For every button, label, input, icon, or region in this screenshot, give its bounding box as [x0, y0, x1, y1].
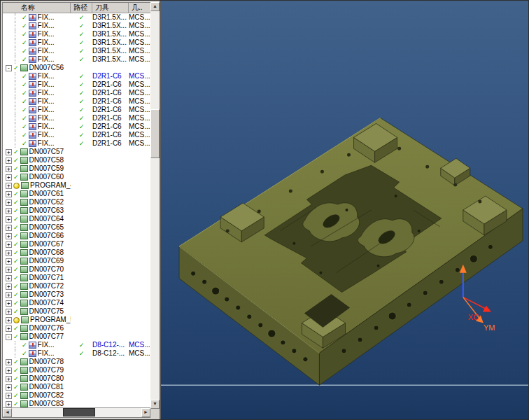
tree-row[interactable]: +✓DN007C68	[3, 248, 150, 257]
expand-toggle-icon[interactable]: +	[6, 191, 12, 197]
column-header-geometry[interactable]: 几..	[129, 3, 150, 13]
expand-toggle-icon[interactable]: +	[6, 309, 12, 315]
column-header-path[interactable]: 路径	[71, 3, 92, 13]
operation-icon	[29, 56, 36, 63]
expand-toggle-icon[interactable]: +	[6, 166, 12, 172]
tree-row[interactable]: ✓FIX...✓D8-C12-...MCS...	[3, 341, 150, 349]
horizontal-scrollbar[interactable]: ◄ ►	[3, 407, 150, 417]
tree-row[interactable]: +✓DN007C79	[3, 366, 150, 374]
tree-row[interactable]: +PROGRAM_5	[3, 316, 150, 324]
expand-toggle-icon[interactable]: -	[6, 334, 12, 340]
tree-row[interactable]: +✓DN007C73	[3, 290, 150, 299]
scroll-left-icon[interactable]: ◄	[3, 408, 12, 417]
tree-row[interactable]: ✓FIX...✓D2R1-C6MCS...	[3, 97, 150, 106]
tree-row[interactable]: ✓FIX...✓D3R1.5X...MCS...	[3, 55, 150, 64]
tree-row[interactable]: +✓DN007C72	[3, 282, 150, 290]
tree-row[interactable]: +✓DN007C71	[3, 274, 150, 282]
tree-row[interactable]: ✓FIX...✓D2R1-C6MCS...	[3, 122, 150, 131]
tree-row[interactable]: +✓DN007C69	[3, 257, 150, 265]
tree-row[interactable]: +PROGRAM_4	[3, 181, 150, 190]
tree-row[interactable]: +✓DN007C62	[3, 198, 150, 206]
tree-row[interactable]: ✓FIX...✓D3R1.5X...MCS...	[3, 13, 150, 22]
vertical-scrollbar[interactable]: ▲ ▼	[150, 2, 160, 418]
tree-row[interactable]: +✓DN007C70	[3, 265, 150, 274]
tree-row[interactable]: +✓DN007C81	[3, 383, 150, 391]
tree-row[interactable]: +✓DN007C58	[3, 156, 150, 164]
expand-toggle-icon[interactable]: +	[6, 183, 12, 189]
scroll-up-icon[interactable]: ▲	[150, 2, 160, 11]
tree-row[interactable]: -✓DN007C77	[3, 332, 150, 341]
tree-row[interactable]: ✓FIX...✓D2R1-C6MCS...	[3, 89, 150, 97]
tree-row[interactable]: ✓FIX...✓D2R1-C6MCS...	[3, 139, 150, 148]
graphics-canvas[interactable]: XC YM	[161, 1, 528, 419]
operation-icon	[29, 39, 36, 46]
tree-row[interactable]: ✓FIX...✓D3R1.5X...MCS...	[3, 30, 150, 38]
tree-row[interactable]: -✓DN007C56	[3, 64, 150, 72]
expand-toggle-icon[interactable]: +	[6, 300, 12, 307]
tree-guide-line	[15, 72, 20, 80]
tree-row[interactable]: ✓FIX...✓D3R1.5X...MCS...	[3, 22, 150, 30]
tree-row-name-cell: +✓DN007C71	[3, 274, 71, 282]
tree-row[interactable]: ✓FIX...✓D2R1-C6MCS...	[3, 114, 150, 122]
tree-row[interactable]: +✓DN007C60	[3, 173, 150, 181]
expand-toggle-icon[interactable]: +	[6, 317, 12, 323]
expand-toggle-icon[interactable]: +	[6, 275, 12, 281]
expand-toggle-icon[interactable]: +	[6, 401, 12, 407]
tree-row[interactable]: +✓DN007C64	[3, 215, 150, 223]
tree-row[interactable]: +✓DN007C57	[3, 148, 150, 156]
tree-row[interactable]: ✓FIX...✓D2R1-C6MCS...	[3, 106, 150, 114]
tree-row[interactable]: +✓DN007C66	[3, 232, 150, 240]
tree-row[interactable]: +✓DN007C75	[3, 307, 150, 316]
tree-row[interactable]: ✓FIX...✓D3R1.5X...MCS...	[3, 47, 150, 55]
scroll-right-icon[interactable]: ►	[141, 408, 150, 417]
scroll-down-icon[interactable]: ▼	[150, 400, 160, 409]
check-status-icon: ✓	[13, 274, 19, 282]
tree-row[interactable]: +✓DN007C83	[3, 400, 150, 407]
expand-toggle-icon[interactable]: -	[6, 65, 12, 71]
check-status-icon: ✓	[13, 164, 19, 173]
expand-toggle-icon[interactable]: +	[6, 368, 12, 374]
graphics-window[interactable]: XC YM	[161, 1, 528, 419]
expand-toggle-icon[interactable]: +	[6, 225, 12, 231]
tree-row[interactable]: +✓DN007C80	[3, 374, 150, 383]
expand-toggle-icon[interactable]: +	[6, 258, 12, 265]
expand-toggle-icon[interactable]: +	[6, 359, 12, 365]
vertical-scrollbar-thumb[interactable]	[150, 109, 160, 158]
expand-toggle-icon[interactable]: +	[6, 250, 12, 256]
tree-row[interactable]: +✓DN007C67	[3, 240, 150, 248]
column-header-tool[interactable]: 刀具	[92, 3, 129, 13]
expand-toggle-icon[interactable]: +	[6, 326, 12, 332]
tree-row[interactable]: +✓DN007C65	[3, 223, 150, 232]
expand-toggle-icon[interactable]: +	[6, 233, 12, 239]
tree-row[interactable]: ✓FIX...✓D2R1-C6MCS...	[3, 131, 150, 139]
expand-toggle-icon[interactable]: +	[6, 174, 12, 181]
path-check-icon: ✓	[79, 31, 85, 38]
expand-toggle-icon[interactable]: +	[6, 158, 12, 164]
tree-row[interactable]: +✓DN007C76	[3, 324, 150, 332]
tree-row[interactable]: ✓FIX...✓D3R1.5X...MCS...	[3, 38, 150, 47]
expand-toggle-icon[interactable]: +	[6, 241, 12, 248]
tree-row[interactable]: +✓DN007C61	[3, 190, 150, 198]
column-header-name[interactable]: 名称	[3, 3, 71, 13]
tree-row[interactable]: ✓FIX...✓D2R1-C6MCS...	[3, 80, 150, 89]
expand-toggle-icon[interactable]: +	[6, 149, 12, 155]
tree-row[interactable]: +✓DN007C63	[3, 206, 150, 215]
expand-toggle-icon[interactable]: +	[6, 384, 12, 391]
program-group-icon	[20, 241, 28, 248]
tree-row[interactable]: ✓FIX...✓D8-C12-...MCS...	[3, 349, 150, 358]
expand-toggle-icon[interactable]: +	[6, 216, 12, 223]
tree-row[interactable]: +✓DN007C78	[3, 358, 150, 366]
expand-toggle-icon[interactable]: +	[6, 200, 12, 206]
horizontal-scrollbar-thumb[interactable]	[63, 408, 95, 416]
expand-toggle-icon[interactable]: +	[6, 292, 12, 298]
tree-row[interactable]: +✓DN007C59	[3, 164, 150, 173]
expand-toggle-icon[interactable]: +	[6, 393, 12, 399]
tree-row[interactable]: ✓FIX...✓D2R1-C6MCS...	[3, 72, 150, 80]
expand-toggle-icon[interactable]: +	[6, 267, 12, 273]
tree-row[interactable]: +✓DN007C74	[3, 299, 150, 307]
expand-toggle-icon[interactable]: +	[6, 208, 12, 214]
expand-toggle-icon[interactable]: +	[6, 376, 12, 382]
vertical-scrollbar-track[interactable]	[150, 11, 160, 400]
expand-toggle-icon[interactable]: +	[6, 284, 12, 290]
tree-row[interactable]: +✓DN007C82	[3, 391, 150, 400]
